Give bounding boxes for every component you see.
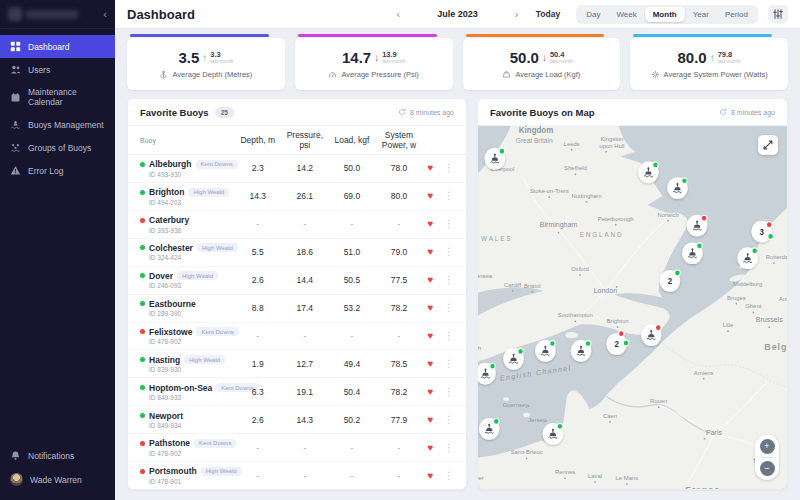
zoom-out-button[interactable]: − — [760, 461, 775, 476]
favorite-heart-button[interactable]: ♥ — [423, 163, 439, 173]
table-row[interactable]: BrightonHigh WealdID 494-20314.326.169.0… — [128, 183, 466, 211]
buoy-marker[interactable] — [485, 148, 506, 170]
buoy-marker[interactable] — [641, 324, 662, 346]
sidebar-item-notifications[interactable]: Notifications — [0, 444, 115, 467]
table-row[interactable]: CaterburyID 393-938----♥⋮ — [128, 211, 466, 239]
cluster-marker[interactable]: 3 — [751, 221, 773, 243]
filter-button[interactable] — [768, 5, 788, 23]
stat-accent-bar — [466, 34, 605, 37]
table-body: AlbeburghKent DownsID 493-9302.314.250.0… — [128, 155, 466, 489]
buoy-marker[interactable] — [543, 423, 564, 445]
map-expand-button[interactable] — [758, 135, 778, 155]
sidebar-item-groups-of-buoys[interactable]: Groups of Buoys — [0, 136, 115, 159]
favorite-heart-button[interactable]: ♥ — [423, 191, 439, 201]
favorite-heart-button[interactable]: ♥ — [423, 387, 439, 397]
city-dot — [528, 405, 530, 407]
row-menu-button[interactable]: ⋮ — [438, 415, 454, 425]
buoy-marker[interactable] — [682, 242, 703, 264]
row-menu-button[interactable]: ⋮ — [438, 303, 454, 313]
sidebar-item-dashboard[interactable]: Dashboard — [0, 35, 115, 58]
row-menu-button[interactable]: ⋮ — [438, 219, 454, 229]
favorite-heart-button[interactable]: ♥ — [423, 359, 439, 369]
power-value: 77.9 — [375, 415, 422, 425]
table-row[interactable]: PortsmouthHigh WealdID 478-901----♥⋮ — [128, 462, 466, 489]
map[interactable]: KingdomGreat BritainLeedsKingstonupon Hu… — [478, 126, 787, 489]
status-dot-online — [140, 190, 145, 195]
column-header: Buoy — [140, 137, 234, 144]
region-tag: Kent Downs — [196, 327, 238, 336]
next-month-button[interactable]: › — [511, 9, 523, 20]
row-menu-button[interactable]: ⋮ — [438, 275, 454, 285]
row-menu-button[interactable]: ⋮ — [438, 359, 454, 369]
today-button[interactable]: Today — [530, 8, 566, 20]
table-row[interactable]: EastbourneID 289-3908.817.453.278.2♥⋮ — [128, 295, 466, 323]
row-menu-button[interactable]: ⋮ — [438, 471, 454, 481]
buoy-name: Pathstone — [149, 438, 190, 448]
calendar-icon — [10, 92, 21, 103]
row-menu-button[interactable]: ⋮ — [438, 387, 454, 397]
svg-text:3: 3 — [760, 227, 765, 236]
row-menu-button[interactable]: ⋮ — [438, 443, 454, 453]
row-menu-button[interactable]: ⋮ — [438, 191, 454, 201]
stat-delta: 50.4 — [550, 51, 573, 59]
buoy-marker[interactable] — [479, 418, 500, 440]
buoy-marker[interactable] — [638, 162, 659, 184]
column-header: System Power, w — [375, 130, 422, 150]
buoy-marker[interactable] — [687, 215, 708, 237]
range-option-year[interactable]: Year — [685, 7, 717, 22]
zoom-in-button[interactable]: + — [760, 439, 775, 454]
buoy-marker[interactable] — [667, 177, 688, 199]
stat-delta: 79.8 — [718, 51, 741, 59]
load-value: 50.0 — [328, 163, 375, 173]
table-row[interactable]: AlbeburghKent DownsID 493-9302.314.250.0… — [128, 155, 466, 183]
cluster-marker[interactable]: 2 — [660, 270, 681, 292]
map-label: Oxford — [571, 266, 589, 272]
range-option-day[interactable]: Day — [578, 7, 608, 22]
range-option-month[interactable]: Month — [645, 7, 685, 22]
buoy-marker[interactable] — [535, 340, 556, 362]
stat-value: 80.0 — [677, 49, 706, 66]
favorite-heart-button[interactable]: ♥ — [423, 331, 439, 341]
sidebar-item-label: Groups of Buoys — [28, 143, 91, 153]
map-label: Caen — [603, 413, 617, 419]
load-value: 50.2 — [328, 415, 375, 425]
column-header: Pressure, psi — [281, 130, 328, 150]
status-dot-offline — [140, 329, 145, 334]
table-row[interactable]: DoverHigh WealdID 246-0932.614.450.577.5… — [128, 267, 466, 295]
sidebar-user-profile[interactable]: Wade Warren — [0, 467, 115, 492]
favorite-heart-button[interactable]: ♥ — [423, 219, 439, 229]
buoy-marker[interactable] — [503, 348, 524, 370]
buoy-marker[interactable] — [737, 247, 758, 269]
favorite-heart-button[interactable]: ♥ — [423, 415, 439, 425]
table-row[interactable]: FelixstoweKent DownsID 478-902----♥⋮ — [128, 323, 466, 351]
range-option-period[interactable]: Period — [717, 7, 756, 22]
sidebar-item-maintenance-calendar[interactable]: Maintenance Calendar — [0, 81, 115, 113]
table-row[interactable]: NewportID 849-9342.614.350.277.9♥⋮ — [128, 406, 466, 434]
range-segmented-control: DayWeekMonthYearPeriod — [576, 5, 758, 24]
sidebar-item-buoys-management[interactable]: Buoys Management — [0, 113, 115, 136]
map-label: Guernsey — [503, 402, 529, 408]
sidebar-item-users[interactable]: Users — [0, 58, 115, 81]
range-option-week[interactable]: Week — [608, 7, 644, 22]
favorite-heart-button[interactable]: ♥ — [423, 471, 439, 481]
prev-month-button[interactable]: ‹ — [393, 9, 405, 20]
table-row[interactable]: ColchesterHigh WealdID 324-4245.518.651.… — [128, 239, 466, 267]
pressure-value: 14.2 — [281, 163, 328, 173]
sidebar-item-label: Users — [28, 65, 50, 75]
row-menu-button[interactable]: ⋮ — [438, 331, 454, 341]
table-row[interactable]: HastingHigh WealdID 839-9301.912.749.478… — [128, 350, 466, 378]
table-row[interactable]: PathstoneKent DownsID 478-902----♥⋮ — [128, 434, 466, 462]
map-label: Leeds — [564, 141, 580, 147]
sidebar-collapse-button[interactable]: ‹ — [103, 9, 107, 20]
row-menu-button[interactable]: ⋮ — [438, 247, 454, 257]
favorite-heart-button[interactable]: ♥ — [423, 303, 439, 313]
map-label: Laval — [588, 473, 602, 479]
buoy-marker[interactable] — [571, 340, 592, 362]
table-row[interactable]: Hoptom-on-SeaKent DownsID 849-9336.319.1… — [128, 378, 466, 406]
power-value: 79.0 — [375, 247, 422, 257]
favorite-heart-button[interactable]: ♥ — [423, 247, 439, 257]
favorite-heart-button[interactable]: ♥ — [423, 275, 439, 285]
favorite-heart-button[interactable]: ♥ — [423, 443, 439, 453]
row-menu-button[interactable]: ⋮ — [438, 163, 454, 173]
sidebar-item-error-log[interactable]: Error Log — [0, 159, 115, 182]
